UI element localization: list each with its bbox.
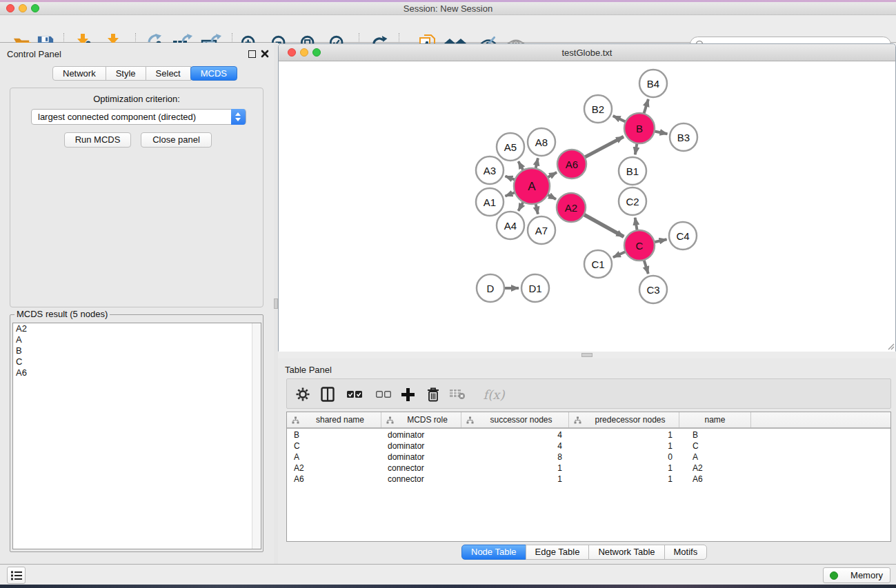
graph-node-label: A7 xyxy=(535,225,548,236)
close-panel-button[interactable]: Close panel xyxy=(141,132,212,148)
table-cell: A2 xyxy=(287,463,381,474)
table-cell: connector xyxy=(381,463,461,474)
plus-icon xyxy=(401,388,415,401)
graph-node-label: C xyxy=(636,240,644,252)
control-panel-title: Control Panel xyxy=(7,49,61,59)
add-column-button[interactable] xyxy=(397,385,418,404)
tab-select[interactable]: Select xyxy=(146,66,191,81)
tab-network-table[interactable]: Network Table xyxy=(588,545,664,560)
delete-table-icon xyxy=(449,389,466,400)
tab-mcds[interactable]: MCDS xyxy=(190,66,237,81)
graph-node-label: A8 xyxy=(535,136,548,148)
tab-motifs[interactable]: Motifs xyxy=(664,545,708,560)
graph-node-label: B xyxy=(636,123,643,134)
criterion-select[interactable]: largest connected component (directed) xyxy=(31,109,246,125)
graph-node-label: B1 xyxy=(626,165,639,177)
table-cell-filler xyxy=(751,463,890,474)
scrollbar-track[interactable] xyxy=(252,323,261,549)
desktop-wallpaper-strip-bottom xyxy=(0,585,896,588)
table-cell: 1 xyxy=(569,474,679,485)
column-header-successor-nodes[interactable]: successor nodes xyxy=(461,412,569,427)
table-options-button[interactable] xyxy=(292,385,313,404)
memory-button[interactable]: Memory xyxy=(823,567,890,583)
table-row[interactable]: Adominator80A xyxy=(287,452,890,463)
table-cell: A6 xyxy=(679,474,751,485)
table-cell: 0 xyxy=(569,452,679,463)
graph-node-label: D xyxy=(487,283,495,294)
delete-column-button[interactable] xyxy=(423,385,444,404)
horizontal-split-divider[interactable] xyxy=(278,352,896,358)
show-task-history-button[interactable] xyxy=(7,567,26,584)
table-cell-filler xyxy=(751,430,890,441)
attribute-icon xyxy=(574,416,581,424)
function-builder-button[interactable]: f(x) xyxy=(479,385,509,404)
table-toolbar: f(x) xyxy=(286,378,891,409)
tab-style[interactable]: Style xyxy=(106,66,146,81)
fx-icon: f(x) xyxy=(484,387,505,402)
show-column-button[interactable] xyxy=(317,385,338,404)
graph-node-label: C3 xyxy=(646,284,659,296)
table-cell: dominator xyxy=(381,441,461,452)
table-cell: 4 xyxy=(461,441,569,452)
select-all-button[interactable] xyxy=(344,385,365,404)
table-cell: A xyxy=(287,452,381,463)
app-titlebar: Session: New Session xyxy=(0,2,896,15)
trash-icon xyxy=(427,387,439,402)
table-row[interactable]: Bdominator41B xyxy=(287,430,890,441)
graph-node-label: B2 xyxy=(592,103,604,115)
window-resize-grip[interactable] xyxy=(886,342,895,350)
table-cell: 1 xyxy=(461,474,569,485)
attribute-icon xyxy=(466,416,474,424)
memory-label: Memory xyxy=(850,570,883,580)
table-cell: dominator xyxy=(381,430,461,441)
float-panel-icon[interactable] xyxy=(248,50,256,58)
mcds-result-list[interactable]: A2ABCA6 xyxy=(12,323,261,549)
unselect-all-button[interactable] xyxy=(373,385,394,404)
optimization-criterion-label: Optimization criterion: xyxy=(10,94,263,104)
network-canvas[interactable]: AA1A2A3A4A5A6A7A8BB1B2B3B4CC1C2C3C4DD1 xyxy=(279,61,895,352)
table-row[interactable]: A2connector11A2 xyxy=(287,463,890,474)
mcds-result-item[interactable]: B xyxy=(13,345,261,356)
close-panel-icon[interactable] xyxy=(261,50,269,58)
tab-network[interactable]: Network xyxy=(52,66,106,81)
mcds-result-item[interactable]: A6 xyxy=(13,367,261,378)
node-table-header: shared name MCDS role successor nodes pr… xyxy=(287,412,890,429)
column-header-predecessor-nodes[interactable]: predecessor nodes xyxy=(569,412,679,427)
mcds-result-item[interactable]: A xyxy=(13,334,261,345)
tab-node-table[interactable]: Node Table xyxy=(461,545,526,560)
mcds-tab-content: Optimization criterion: largest connecte… xyxy=(10,88,263,307)
task-list-icon xyxy=(11,571,22,580)
table-cell: connector xyxy=(381,474,461,485)
divider-handle[interactable] xyxy=(581,353,593,357)
network-window-title: testGlobe.txt xyxy=(279,48,895,58)
select-stepper-icon xyxy=(231,109,246,125)
select-all-icon xyxy=(347,391,362,398)
table-cell: B xyxy=(287,430,381,441)
column-header-mcds-role[interactable]: MCDS role xyxy=(381,412,461,427)
graph-node-label: A5 xyxy=(504,141,517,153)
network-view-window: testGlobe.txt AA1A2A3A4A5A6A7A8BB1B2B3B4… xyxy=(278,43,896,352)
table-panel: Table Panel xyxy=(278,358,896,564)
delete-table-button[interactable] xyxy=(447,385,468,404)
mcds-result-item[interactable]: C xyxy=(13,356,261,367)
column-header-name[interactable]: name xyxy=(679,412,751,427)
table-cell: C xyxy=(287,441,381,452)
column-header-shared-name[interactable]: shared name xyxy=(287,412,381,427)
table-row[interactable]: Cdominator41C xyxy=(287,441,890,452)
mcds-result-item[interactable]: A2 xyxy=(13,323,261,334)
column-header-filler xyxy=(751,412,890,427)
table-panel-title: Table Panel xyxy=(285,365,332,375)
graph-node-label: A4 xyxy=(504,220,517,232)
graph-node-label: A xyxy=(528,180,536,193)
graph-node-label: A3 xyxy=(484,165,496,176)
network-window-titlebar[interactable]: testGlobe.txt xyxy=(279,44,895,61)
run-mcds-button[interactable]: Run MCDS xyxy=(64,132,131,148)
unselect-all-icon xyxy=(376,391,391,398)
table-cell: A xyxy=(679,452,751,463)
table-cell: 8 xyxy=(461,452,569,463)
criterion-selected-value: largest connected component (directed) xyxy=(38,112,196,122)
table-row[interactable]: A6connector11A6 xyxy=(287,474,890,485)
tab-edge-table[interactable]: Edge Table xyxy=(526,545,590,560)
table-cell: 1 xyxy=(569,463,679,474)
network-canvas-svg: AA1A2A3A4A5A6A7A8BB1B2B3B4CC1C2C3C4DD1 xyxy=(279,61,895,352)
